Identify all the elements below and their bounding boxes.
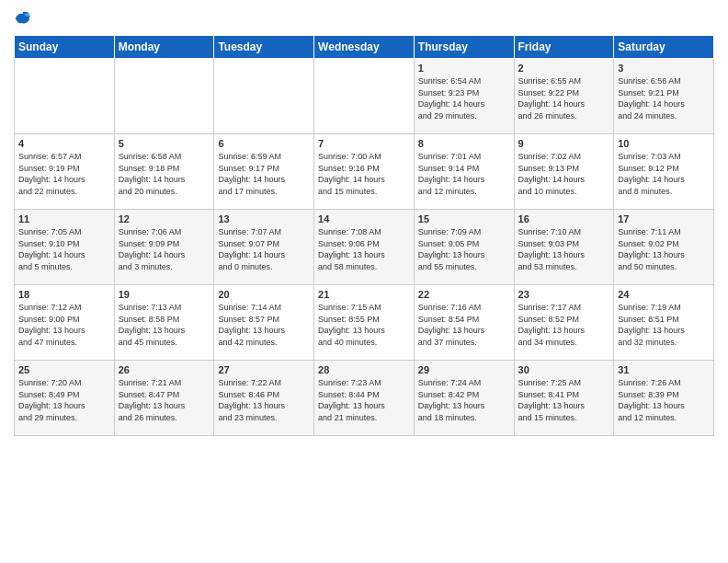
logo bbox=[14, 9, 36, 28]
day-number: 26 bbox=[119, 364, 210, 375]
day-cell: 16Sunrise: 7:10 AM Sunset: 9:03 PM Dayli… bbox=[514, 210, 614, 285]
header-cell-wednesday: Wednesday bbox=[314, 36, 415, 59]
day-cell: 14Sunrise: 7:08 AM Sunset: 9:06 PM Dayli… bbox=[314, 210, 415, 285]
day-cell: 6Sunrise: 6:59 AM Sunset: 9:17 PM Daylig… bbox=[214, 134, 314, 210]
day-number: 9 bbox=[518, 138, 610, 149]
day-number: 16 bbox=[518, 213, 610, 224]
week-row-5: 25Sunrise: 7:20 AM Sunset: 8:49 PM Dayli… bbox=[15, 361, 714, 436]
day-number: 19 bbox=[119, 289, 210, 300]
day-cell: 18Sunrise: 7:12 AM Sunset: 9:00 PM Dayli… bbox=[15, 285, 115, 361]
day-cell: 22Sunrise: 7:16 AM Sunset: 8:54 PM Dayli… bbox=[414, 285, 514, 361]
day-cell: 19Sunrise: 7:13 AM Sunset: 8:58 PM Dayli… bbox=[114, 285, 214, 361]
header bbox=[14, 9, 714, 28]
day-cell: 28Sunrise: 7:23 AM Sunset: 8:44 PM Dayli… bbox=[314, 361, 415, 436]
day-cell: 26Sunrise: 7:21 AM Sunset: 8:47 PM Dayli… bbox=[114, 361, 214, 436]
calendar-table: SundayMondayTuesdayWednesdayThursdayFrid… bbox=[14, 35, 714, 436]
day-cell: 4Sunrise: 6:57 AM Sunset: 9:19 PM Daylig… bbox=[15, 134, 115, 210]
header-cell-sunday: Sunday bbox=[15, 36, 115, 59]
day-number: 2 bbox=[518, 63, 610, 74]
day-number: 3 bbox=[618, 63, 710, 74]
day-info: Sunrise: 6:54 AM Sunset: 9:23 PM Dayligh… bbox=[418, 75, 510, 121]
day-number: 31 bbox=[618, 364, 710, 375]
day-cell: 21Sunrise: 7:15 AM Sunset: 8:55 PM Dayli… bbox=[314, 285, 415, 361]
day-cell: 29Sunrise: 7:24 AM Sunset: 8:42 PM Dayli… bbox=[414, 361, 514, 436]
day-info: Sunrise: 7:06 AM Sunset: 9:09 PM Dayligh… bbox=[119, 226, 210, 272]
header-row: SundayMondayTuesdayWednesdayThursdayFrid… bbox=[15, 36, 714, 59]
header-cell-thursday: Thursday bbox=[414, 36, 514, 59]
day-number: 1 bbox=[418, 63, 510, 74]
week-row-2: 4Sunrise: 6:57 AM Sunset: 9:19 PM Daylig… bbox=[15, 134, 714, 210]
day-number: 30 bbox=[518, 364, 610, 375]
day-info: Sunrise: 7:24 AM Sunset: 8:42 PM Dayligh… bbox=[418, 377, 510, 423]
day-number: 10 bbox=[618, 138, 710, 149]
day-cell: 27Sunrise: 7:22 AM Sunset: 8:46 PM Dayli… bbox=[214, 361, 314, 436]
day-cell: 8Sunrise: 7:01 AM Sunset: 9:14 PM Daylig… bbox=[414, 134, 514, 210]
header-cell-tuesday: Tuesday bbox=[214, 36, 314, 59]
day-number: 20 bbox=[218, 289, 310, 300]
day-number: 28 bbox=[318, 364, 410, 375]
day-number: 15 bbox=[418, 213, 510, 224]
day-info: Sunrise: 7:01 AM Sunset: 9:14 PM Dayligh… bbox=[418, 151, 510, 197]
day-cell: 7Sunrise: 7:00 AM Sunset: 9:16 PM Daylig… bbox=[314, 134, 415, 210]
week-row-4: 18Sunrise: 7:12 AM Sunset: 9:00 PM Dayli… bbox=[15, 285, 714, 361]
day-number: 12 bbox=[119, 213, 210, 224]
day-cell: 11Sunrise: 7:05 AM Sunset: 9:10 PM Dayli… bbox=[15, 210, 115, 285]
day-cell bbox=[114, 59, 214, 134]
header-cell-friday: Friday bbox=[514, 36, 614, 59]
day-cell: 1Sunrise: 6:54 AM Sunset: 9:23 PM Daylig… bbox=[414, 59, 514, 134]
day-cell: 5Sunrise: 6:58 AM Sunset: 9:18 PM Daylig… bbox=[114, 134, 214, 210]
day-info: Sunrise: 7:13 AM Sunset: 8:58 PM Dayligh… bbox=[119, 302, 210, 348]
day-info: Sunrise: 7:17 AM Sunset: 8:52 PM Dayligh… bbox=[518, 302, 610, 348]
day-info: Sunrise: 7:12 AM Sunset: 9:00 PM Dayligh… bbox=[18, 302, 110, 348]
day-number: 23 bbox=[518, 289, 610, 300]
day-info: Sunrise: 7:14 AM Sunset: 8:57 PM Dayligh… bbox=[218, 302, 310, 348]
day-number: 7 bbox=[318, 138, 410, 149]
day-cell: 17Sunrise: 7:11 AM Sunset: 9:02 PM Dayli… bbox=[614, 210, 714, 285]
day-info: Sunrise: 7:07 AM Sunset: 9:07 PM Dayligh… bbox=[218, 226, 310, 272]
day-info: Sunrise: 7:21 AM Sunset: 8:47 PM Dayligh… bbox=[119, 377, 210, 423]
day-number: 4 bbox=[18, 138, 110, 149]
day-cell: 12Sunrise: 7:06 AM Sunset: 9:09 PM Dayli… bbox=[114, 210, 214, 285]
day-number: 21 bbox=[318, 289, 410, 300]
day-info: Sunrise: 7:03 AM Sunset: 9:12 PM Dayligh… bbox=[618, 151, 710, 197]
day-info: Sunrise: 7:15 AM Sunset: 8:55 PM Dayligh… bbox=[318, 302, 410, 348]
day-number: 24 bbox=[618, 289, 710, 300]
day-info: Sunrise: 7:20 AM Sunset: 8:49 PM Dayligh… bbox=[18, 377, 110, 423]
day-cell: 2Sunrise: 6:55 AM Sunset: 9:22 PM Daylig… bbox=[514, 59, 614, 134]
day-number: 18 bbox=[18, 289, 110, 300]
day-info: Sunrise: 6:59 AM Sunset: 9:17 PM Dayligh… bbox=[218, 151, 310, 197]
day-info: Sunrise: 7:23 AM Sunset: 8:44 PM Dayligh… bbox=[318, 377, 410, 423]
day-cell: 23Sunrise: 7:17 AM Sunset: 8:52 PM Dayli… bbox=[514, 285, 614, 361]
day-info: Sunrise: 6:57 AM Sunset: 9:19 PM Dayligh… bbox=[18, 151, 110, 197]
day-info: Sunrise: 7:11 AM Sunset: 9:02 PM Dayligh… bbox=[618, 226, 710, 272]
day-number: 29 bbox=[418, 364, 510, 375]
day-info: Sunrise: 6:56 AM Sunset: 9:21 PM Dayligh… bbox=[618, 75, 710, 121]
day-cell bbox=[15, 59, 115, 134]
day-number: 14 bbox=[318, 213, 410, 224]
day-number: 8 bbox=[418, 138, 510, 149]
day-info: Sunrise: 7:25 AM Sunset: 8:41 PM Dayligh… bbox=[518, 377, 610, 423]
day-cell: 15Sunrise: 7:09 AM Sunset: 9:05 PM Dayli… bbox=[414, 210, 514, 285]
day-info: Sunrise: 7:26 AM Sunset: 8:39 PM Dayligh… bbox=[618, 377, 710, 423]
day-cell: 9Sunrise: 7:02 AM Sunset: 9:13 PM Daylig… bbox=[514, 134, 614, 210]
day-number: 6 bbox=[218, 138, 310, 149]
day-number: 25 bbox=[18, 364, 110, 375]
header-cell-monday: Monday bbox=[114, 36, 214, 59]
day-info: Sunrise: 7:09 AM Sunset: 9:05 PM Dayligh… bbox=[418, 226, 510, 272]
day-info: Sunrise: 7:05 AM Sunset: 9:10 PM Dayligh… bbox=[18, 226, 110, 272]
day-cell bbox=[214, 59, 314, 134]
day-info: Sunrise: 6:55 AM Sunset: 9:22 PM Dayligh… bbox=[518, 75, 610, 121]
day-number: 27 bbox=[218, 364, 310, 375]
week-row-3: 11Sunrise: 7:05 AM Sunset: 9:10 PM Dayli… bbox=[15, 210, 714, 285]
day-info: Sunrise: 7:02 AM Sunset: 9:13 PM Dayligh… bbox=[518, 151, 610, 197]
day-number: 17 bbox=[618, 213, 710, 224]
day-number: 5 bbox=[119, 138, 210, 149]
day-number: 13 bbox=[218, 213, 310, 224]
header-cell-saturday: Saturday bbox=[614, 36, 714, 59]
day-info: Sunrise: 7:16 AM Sunset: 8:54 PM Dayligh… bbox=[418, 302, 510, 348]
page: SundayMondayTuesdayWednesdayThursdayFrid… bbox=[0, 0, 728, 563]
day-cell: 31Sunrise: 7:26 AM Sunset: 8:39 PM Dayli… bbox=[614, 361, 714, 436]
day-cell: 10Sunrise: 7:03 AM Sunset: 9:12 PM Dayli… bbox=[614, 134, 714, 210]
day-cell: 30Sunrise: 7:25 AM Sunset: 8:41 PM Dayli… bbox=[514, 361, 614, 436]
day-cell: 25Sunrise: 7:20 AM Sunset: 8:49 PM Dayli… bbox=[15, 361, 115, 436]
